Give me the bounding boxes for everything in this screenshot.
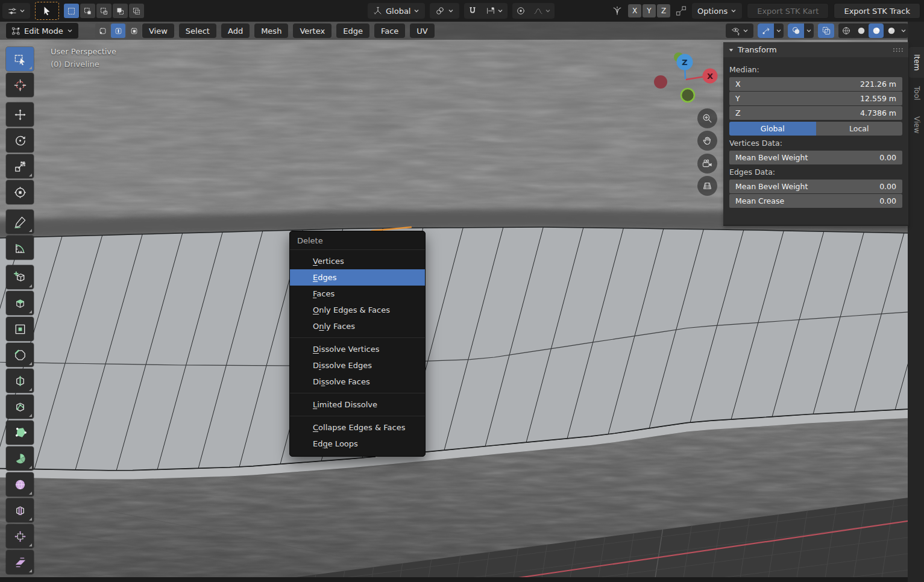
camera-view-button[interactable]: [697, 154, 717, 174]
zoom-button[interactable]: [697, 108, 717, 128]
edge-data-field[interactable]: Mean Bevel Weight 0.00: [729, 180, 902, 193]
object-visibility-dropdown[interactable]: [726, 23, 753, 38]
tool-cursor[interactable]: [6, 73, 34, 97]
menu-item-only-edges-faces[interactable]: Only Edges & Faces: [290, 302, 425, 318]
transform-panel-header[interactable]: Transform: [723, 42, 908, 57]
header-menu-item[interactable]: UV: [410, 23, 434, 38]
editor-type-button[interactable]: [2, 3, 30, 19]
tool-add-cube[interactable]: [6, 265, 34, 289]
sidebar-tab[interactable]: Item: [909, 47, 924, 78]
viewport-3d[interactable]: Edit Mode ViewSelectAddMeshVertexEdgeFac…: [0, 22, 924, 582]
snap-toggle-button[interactable]: [464, 3, 481, 19]
overlays-group: [788, 23, 814, 38]
tool-knife[interactable]: [6, 395, 34, 419]
mirror-axis-button[interactable]: Z: [657, 4, 670, 17]
tool-measure[interactable]: [6, 236, 34, 260]
show-gizmo-toggle[interactable]: [758, 23, 774, 38]
gizmo-dropdown[interactable]: [774, 23, 784, 38]
shading-dropdown[interactable]: [899, 23, 908, 38]
overlays-dropdown[interactable]: [804, 23, 814, 38]
tool-bevel[interactable]: [6, 343, 34, 367]
select-option-button[interactable]: [96, 4, 112, 18]
median-value-field[interactable]: Y 12.559 m: [729, 92, 902, 105]
tool-annotate[interactable]: [6, 210, 34, 234]
header-menu-item[interactable]: Vertex: [293, 23, 332, 38]
editor-type-icon: [7, 6, 17, 16]
view-perspective-label: User Perspective: [51, 47, 116, 56]
menu-item-collapse-edges-faces[interactable]: Collapse Edges & Faces: [290, 419, 425, 436]
tool-extrude-region[interactable]: [6, 291, 34, 315]
header-menu-item[interactable]: Add: [221, 23, 250, 38]
shading-rendered-button[interactable]: [884, 23, 899, 38]
snap-settings-dropdown[interactable]: [481, 3, 508, 19]
edge-data-field[interactable]: Mean Crease 0.00: [729, 194, 902, 208]
drag-grip-icon[interactable]: [893, 47, 904, 53]
active-tool-indicator[interactable]: [35, 2, 59, 20]
vertex-select-button[interactable]: [95, 23, 110, 38]
xray-toggle[interactable]: [818, 23, 834, 38]
median-value-field[interactable]: Z 4.7386 m: [729, 106, 902, 120]
vertex-data-field[interactable]: Mean Bevel Weight 0.00: [729, 151, 902, 164]
tool-shear[interactable]: [6, 550, 34, 574]
select-option-button[interactable]: [64, 4, 79, 18]
menu-item-edge-loops[interactable]: Edge Loops: [290, 436, 425, 452]
median-value-field[interactable]: X 221.26 m: [729, 77, 902, 91]
menu-item-limited-dissolve[interactable]: Limited Dissolve: [290, 396, 425, 413]
tool-select-box[interactable]: [6, 47, 34, 71]
eye-cursor-icon: [731, 26, 741, 36]
mirror-axis-button[interactable]: X: [628, 4, 641, 17]
tool-rotate[interactable]: [6, 128, 34, 152]
tool-transform[interactable]: [6, 180, 34, 204]
sidebar-tab[interactable]: Tool: [909, 79, 924, 107]
edge-select-button[interactable]: [111, 23, 125, 38]
tool-shrink-fatten[interactable]: [6, 524, 34, 548]
menu-item-dissolve-faces[interactable]: Dissolve Faces: [290, 374, 425, 390]
navigation-gizmo[interactable]: Z X: [651, 49, 726, 113]
space-toggle-button[interactable]: Local: [816, 122, 903, 136]
tool-move[interactable]: [6, 102, 34, 127]
tool-inset-faces[interactable]: [6, 317, 34, 341]
subtool-corner-icon: [29, 543, 32, 546]
select-option-button[interactable]: [113, 4, 128, 18]
header-menu-item[interactable]: Mesh: [254, 23, 288, 38]
shading-material-button[interactable]: [869, 23, 884, 38]
face-mode-icon: [130, 27, 139, 36]
sidebar-tab[interactable]: View: [909, 109, 924, 140]
face-select-button[interactable]: [127, 23, 141, 38]
pivot-point-dropdown[interactable]: [430, 3, 459, 19]
export-stk-track-button[interactable]: Export STK Track: [834, 3, 920, 19]
proportional-edit-toggle[interactable]: [512, 3, 529, 19]
mode-selector[interactable]: Edit Mode: [6, 23, 78, 39]
tool-edge-slide[interactable]: [6, 498, 34, 522]
ortho-toggle-button[interactable]: [697, 176, 717, 196]
tool-poly-build[interactable]: [6, 421, 34, 445]
header-menu-item[interactable]: Edge: [336, 23, 369, 38]
show-overlays-toggle[interactable]: [788, 23, 804, 38]
proportional-falloff-dropdown[interactable]: [529, 3, 555, 19]
tool-smooth[interactable]: [6, 472, 34, 496]
pan-button[interactable]: [697, 131, 717, 151]
transform-orientation-dropdown[interactable]: Global: [368, 3, 425, 19]
shading-wireframe-button[interactable]: [838, 23, 853, 38]
space-toggle-button[interactable]: Global: [729, 122, 816, 136]
shading-solid-button[interactable]: [853, 23, 869, 38]
export-stk-kart-button[interactable]: Export STK Kart: [747, 3, 829, 19]
menu-item-dissolve-edges[interactable]: Dissolve Edges: [290, 357, 425, 374]
mirror-axis-button[interactable]: Y: [643, 4, 656, 17]
tool-spin[interactable]: [6, 446, 34, 471]
tool-scale[interactable]: [6, 154, 34, 178]
header-menu-item[interactable]: View: [142, 23, 174, 38]
header-menu-item[interactable]: Select: [179, 23, 216, 38]
tool-loop-cut[interactable]: [6, 369, 34, 393]
select-option-button[interactable]: [129, 4, 144, 18]
menu-item-dissolve-vertices[interactable]: Dissolve Vertices: [290, 341, 425, 357]
menu-item-edges[interactable]: Edges: [290, 269, 425, 286]
header-menu-item[interactable]: Face: [374, 23, 405, 38]
menu-item-vertices[interactable]: Vertices: [290, 253, 425, 269]
select-option-button[interactable]: [80, 4, 95, 18]
options-dropdown[interactable]: Options: [692, 3, 742, 19]
menu-item-faces[interactable]: Faces: [290, 286, 425, 302]
menu-item-only-faces[interactable]: Only Faces: [290, 318, 425, 334]
vertex-mode-icon: [98, 27, 107, 36]
snap-elements-icon[interactable]: [675, 5, 687, 17]
